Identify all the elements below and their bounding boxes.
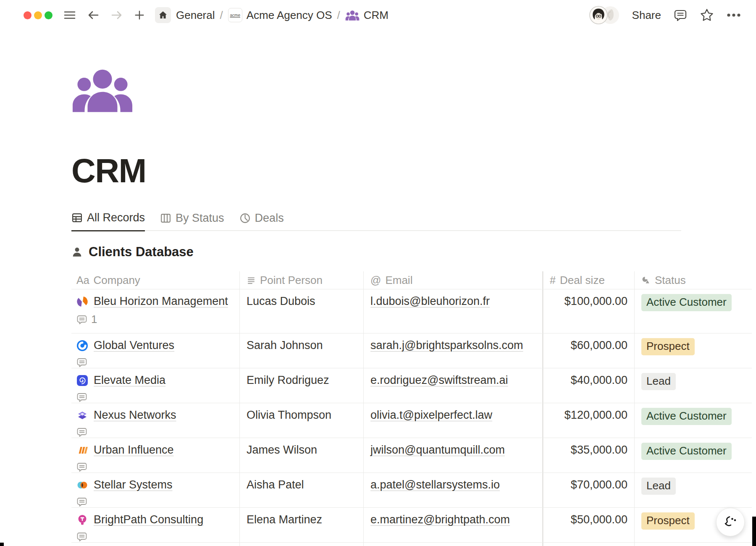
minimize-window-button[interactable] (34, 11, 42, 19)
ai-face-icon (722, 514, 739, 530)
column-header-deal-size[interactable]: # Deal size (543, 271, 634, 289)
tab-deals[interactable]: Deals (239, 211, 284, 231)
point-person-cell[interactable]: James Wilson (239, 438, 363, 472)
favorite-star-icon[interactable] (700, 8, 714, 22)
company-name-link[interactable]: Bleu Horizon Management (94, 295, 228, 308)
status-badge: Active Customer (641, 443, 732, 460)
people-group-icon[interactable] (71, 68, 134, 112)
point-person-cell[interactable]: Sarah Johnson (239, 333, 363, 368)
status-cell[interactable]: Active Customer (634, 438, 752, 472)
status-badge: Prospect (641, 512, 695, 530)
breadcrumb-acme-agency-os[interactable]: acme Acme Agency OS (228, 8, 332, 22)
breadcrumb-separator: / (337, 9, 340, 22)
email-link[interactable]: l.dubois@bleuhorizon.fr (370, 295, 490, 307)
table-row: Urban Influence James Wilson jwilson@qua… (71, 438, 752, 473)
deal-size-cell[interactable]: $50,000.00 (543, 508, 634, 542)
text-lines-icon (247, 276, 256, 285)
point-person-cell[interactable]: Lucas Dubois (239, 289, 363, 333)
comment-count[interactable] (76, 531, 233, 542)
page-content: CRM All Records By Status Deals (0, 68, 756, 546)
email-link[interactable]: e.rodriguez@swiftstream.ai (370, 374, 508, 386)
deal-size-cell[interactable]: $70,000.00 (543, 473, 634, 507)
table-row: BrightPath Consulting Elena Martinez e.m… (71, 508, 752, 543)
email-link[interactable]: e.martinez@brightpath.com (370, 513, 510, 526)
company-logo-icon (76, 375, 88, 386)
comments-icon[interactable] (674, 8, 687, 22)
view-tabs: All Records By Status Deals (71, 211, 681, 231)
company-name-link[interactable]: Elevate Media (94, 374, 165, 387)
company-name-link[interactable]: Nexus Networks (94, 409, 176, 422)
company-name-link[interactable]: Urban Influence (94, 444, 174, 457)
breadcrumb-separator: / (220, 9, 223, 22)
window-topbar: General / acme Acme Agency OS / CRM (0, 0, 756, 30)
comment-count[interactable] (76, 427, 233, 438)
status-cell[interactable]: Active Customer (634, 403, 752, 438)
status-cell[interactable]: Lead (634, 368, 752, 403)
comment-count[interactable]: 1 (76, 313, 233, 326)
email-link[interactable]: olivia.t@pixelperfect.law (370, 409, 492, 421)
column-header-email[interactable]: @ Email (363, 271, 543, 289)
point-person-cell[interactable]: Jenn Whitmore (239, 543, 363, 546)
email-link[interactable]: a.patel@stellarsystems.io (370, 478, 500, 491)
scrollbar-artifact[interactable] (752, 517, 756, 546)
home-breadcrumb-button[interactable] (155, 7, 171, 23)
tab-by-status[interactable]: By Status (160, 211, 224, 231)
pie-chart-icon (239, 213, 251, 224)
column-header-point-person[interactable]: Point Person (239, 271, 363, 289)
table-row: Bleu Horizon Management 1 Lucas Dubois l… (71, 289, 752, 333)
back-arrow-icon[interactable] (87, 10, 100, 21)
comment-count[interactable] (76, 496, 233, 507)
status-cell[interactable]: Active Customer (634, 543, 752, 546)
email-link[interactable]: sarah.j@brightsparksolns.com (370, 339, 523, 352)
acme-logo: acme (228, 8, 242, 22)
status-cell[interactable]: Active Customer (634, 289, 752, 333)
more-options-icon[interactable] (727, 13, 741, 17)
breadcrumb-crm[interactable]: CRM (345, 9, 388, 22)
home-icon (158, 10, 168, 20)
close-window-button[interactable] (24, 11, 32, 19)
point-person-cell[interactable]: Olivia Thompson (239, 403, 363, 438)
new-page-plus-icon[interactable] (134, 10, 145, 21)
column-header-company[interactable]: Aa Company (71, 271, 239, 289)
comment-count[interactable] (76, 392, 233, 403)
forward-arrow-icon[interactable] (110, 10, 123, 21)
status-cell[interactable]: Prospect (634, 333, 752, 368)
deal-size-cell[interactable]: $120,000.00 (543, 403, 634, 438)
page-title: CRM (71, 154, 756, 188)
sidebar-menu-icon[interactable] (63, 10, 76, 20)
notion-ai-button[interactable] (716, 508, 745, 536)
column-header-status[interactable]: Status (634, 271, 752, 289)
company-logo-icon (76, 479, 88, 491)
company-logo-icon (76, 296, 88, 307)
breadcrumb-general[interactable]: General (176, 9, 215, 22)
topbar-actions: Share (589, 6, 741, 24)
point-person-cell[interactable]: Aisha Patel (239, 473, 363, 507)
email-link[interactable]: jwilson@quantumquill.com (370, 444, 505, 456)
deal-size-cell[interactable]: $45,000.00 (543, 543, 634, 546)
company-name-link[interactable]: Stellar Systems (94, 478, 173, 491)
status-badge: Lead (641, 478, 676, 495)
deal-size-cell[interactable]: $100,000.00 (543, 289, 634, 333)
avatar (589, 6, 608, 24)
status-badge: Prospect (641, 338, 695, 355)
deal-size-cell[interactable]: $35,000.00 (543, 438, 634, 472)
company-logo-icon (76, 444, 88, 456)
breadcrumb: General / acme Acme Agency OS / CRM (176, 8, 388, 22)
status-cell[interactable]: Lead (634, 473, 752, 507)
table-row: Nexus Networks Olivia Thompson olivia.t@… (71, 403, 752, 438)
tab-all-records[interactable]: All Records (71, 211, 145, 231)
comment-count[interactable] (76, 357, 233, 368)
deal-size-cell[interactable]: $40,000.00 (543, 368, 634, 403)
table-icon (71, 212, 83, 223)
point-person-cell[interactable]: Elena Martinez (239, 508, 363, 542)
zoom-window-button[interactable] (45, 11, 52, 19)
point-person-cell[interactable]: Emily Rodriguez (239, 368, 363, 403)
traffic-lights (24, 11, 52, 19)
company-name-link[interactable]: Global Ventures (94, 339, 174, 352)
company-name-link[interactable]: BrightPath Consulting (94, 513, 203, 526)
collaborator-avatars[interactable] (589, 6, 620, 24)
share-button[interactable]: Share (632, 9, 661, 22)
comment-count[interactable] (76, 462, 233, 472)
deal-size-cell[interactable]: $60,000.00 (543, 333, 634, 368)
status-badge: Lead (641, 373, 676, 390)
